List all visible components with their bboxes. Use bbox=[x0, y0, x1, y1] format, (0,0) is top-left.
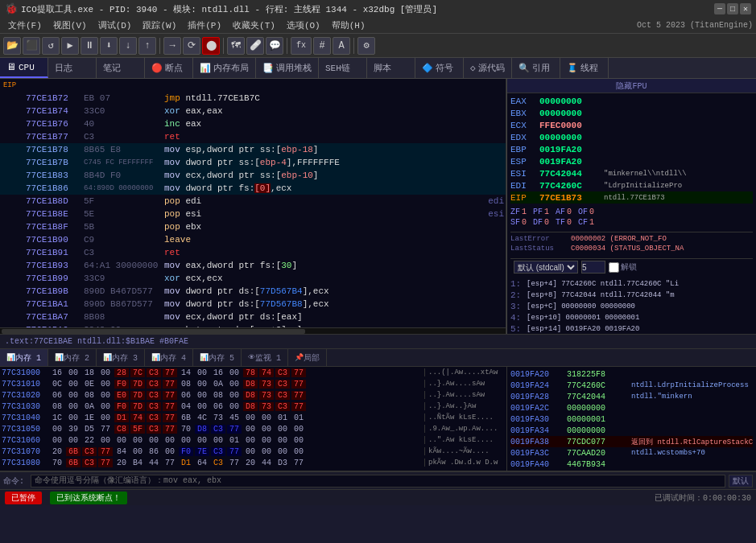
table-row[interactable]: 77CE1B8E 5E pop esi esi bbox=[0, 208, 506, 220]
table-row[interactable]: 77CE1B90 C9 leave bbox=[0, 233, 506, 246]
table-row[interactable]: EIP bbox=[0, 79, 506, 92]
reg-header[interactable]: 隐藏FPU bbox=[507, 79, 756, 93]
tab-source[interactable]: ◇ 源代码 bbox=[464, 58, 512, 78]
table-row[interactable]: 77CE1B8D 5F pop edi edi bbox=[0, 195, 506, 208]
reg-val-ebp[interactable]: 0019FA20 bbox=[539, 145, 604, 154]
table-row[interactable]: 77CE1B74 33C0 xor eax,eax bbox=[0, 105, 506, 117]
app-icon: 🐞 bbox=[5, 2, 18, 15]
toolbar-run[interactable]: ▶ bbox=[61, 37, 79, 55]
table-row[interactable]: 77CE1B76 40 inc eax bbox=[0, 117, 506, 130]
menu-help[interactable]: 帮助(H) bbox=[327, 19, 370, 33]
disasm-scrollbar[interactable] bbox=[0, 327, 506, 334]
mem-tab-watch[interactable]: 👁 监视 1 bbox=[242, 349, 288, 366]
param-count-input[interactable] bbox=[581, 261, 605, 274]
toolbar-stop[interactable]: ⬛ bbox=[23, 37, 40, 55]
tab-script[interactable]: 脚本 bbox=[367, 58, 415, 78]
table-row[interactable]: 77CE1BA7 8B08 mov ecx,dword ptr ds:[eax] bbox=[0, 311, 506, 323]
close-button[interactable]: ✕ bbox=[740, 3, 751, 14]
stack-panel[interactable]: 0019FA20 318225F8 0019FA24 77C4260C ntdl… bbox=[506, 367, 756, 471]
table-row[interactable]: 77CE1B77 C3 ret bbox=[0, 130, 506, 143]
menu-options[interactable]: 选项(O) bbox=[282, 19, 325, 33]
cmd-dropdown[interactable]: 默认 bbox=[729, 475, 753, 487]
minimize-button[interactable]: ─ bbox=[714, 3, 725, 14]
toolbar-fx[interactable]: fx bbox=[291, 37, 312, 55]
reg-val-edx[interactable]: 00000000 bbox=[539, 133, 604, 142]
toolbar-animate[interactable]: ⟳ bbox=[183, 37, 200, 55]
toolbar-step-into[interactable]: ⬇ bbox=[100, 37, 118, 55]
menu-favorites[interactable]: 收藏夹(T) bbox=[228, 19, 280, 33]
toolbar-patches[interactable]: 🩹 bbox=[246, 37, 264, 55]
flags-row: ZF 1 PF 1 AF 0 OF 0 bbox=[510, 207, 753, 217]
toolbar-run-to-cursor[interactable]: → bbox=[163, 37, 181, 55]
toolbar-hash[interactable]: # bbox=[313, 37, 331, 55]
menu-plugins[interactable]: 插件(P) bbox=[183, 19, 226, 33]
table-row[interactable]: 77CE1B72 EB 07 jmp ntdll.77CE1B7C bbox=[0, 92, 506, 105]
toolbar-comment[interactable]: 💬 bbox=[266, 37, 283, 55]
mem-ascii: kÃw....~Ãw.... bbox=[424, 447, 505, 455]
disasm-instr: mov dword ptr ds:[77D567B8],ecx bbox=[164, 299, 504, 309]
toolbar-font[interactable]: A bbox=[333, 37, 350, 55]
tab-call-stack[interactable]: 📑 调用堆栈 bbox=[256, 58, 319, 78]
mem-tab-2[interactable]: 📊 内存 2 bbox=[48, 349, 97, 366]
disasm-content[interactable]: EIP 77CE1B72 EB 07 jmp ntdll.77CE1B7C 77… bbox=[0, 79, 506, 327]
tab-ref[interactable]: 🔍 引用 bbox=[512, 58, 560, 78]
tab-thread[interactable]: 🧵 线程 bbox=[560, 58, 609, 78]
status-bar: 已暂停 已到达系统断点！ 已调试时间：0:00:00:30 bbox=[0, 489, 756, 505]
toolbar-step-over[interactable]: ↓ bbox=[119, 37, 137, 55]
toolbar-restart[interactable]: ↺ bbox=[42, 37, 60, 55]
table-row[interactable]: 77CE1B91 C3 ret bbox=[0, 246, 506, 259]
tab-symbol[interactable]: 🔷 符号 bbox=[415, 58, 464, 78]
mem-tab-3[interactable]: 📊 内存 3 bbox=[97, 349, 145, 366]
mem-tab-5[interactable]: 📊 内存 5 bbox=[193, 349, 242, 366]
rp-addr: 0019FA3C bbox=[510, 449, 567, 458]
table-row[interactable]: 77CE1B9B 890D B467D577 mov dword ptr ds:… bbox=[0, 285, 506, 298]
reg-val-esp[interactable]: 0019FA20 bbox=[539, 157, 604, 167]
maximize-button[interactable]: □ bbox=[727, 3, 738, 14]
tab-notes[interactable]: 笔记 bbox=[97, 58, 145, 78]
menu-trace[interactable]: 跟踪(W) bbox=[138, 19, 181, 33]
tab-seh[interactable]: SEH链 bbox=[319, 58, 367, 78]
disasm-addr: 77CE1B78 bbox=[26, 145, 84, 154]
table-row[interactable]: 77CE1B78 8B65 E8 mov esp,dword ptr ss:[e… bbox=[0, 143, 506, 156]
tab-log[interactable]: 日志 bbox=[48, 58, 97, 78]
toolbar-mem-map[interactable]: 🗺 bbox=[227, 37, 245, 55]
mem-tab-local[interactable]: 📌 局部 bbox=[288, 349, 327, 366]
memory-hex-view[interactable]: 77C31000 16001800 287CC377 14001600 7874… bbox=[0, 367, 506, 471]
toolbar-pause[interactable]: ⏸ bbox=[81, 37, 98, 55]
tab-cpu[interactable]: 🖥 CPU bbox=[0, 58, 48, 78]
reg-val-esi[interactable]: 77C42044 bbox=[539, 169, 604, 179]
table-row[interactable]: 77CE1BA1 890D B867D577 mov dword ptr ds:… bbox=[0, 298, 506, 311]
table-row[interactable]: 77CE1B93 64:A1 30000000 mov eax,dword pt… bbox=[0, 259, 506, 272]
mem-tab-1[interactable]: 📊 内存 1 bbox=[0, 349, 48, 366]
toolbar-step-out[interactable]: ↑ bbox=[138, 37, 156, 55]
flag-af: AF 0 bbox=[556, 208, 572, 216]
mem-bytes: 08000A00 F07DC377 04000600 D873C377 bbox=[50, 402, 424, 411]
table-row[interactable]: 77CE1B83 8B4D F0 mov ecx,dword ptr ss:[e… bbox=[0, 169, 506, 182]
reg-val-eip[interactable]: 77CE1B73 bbox=[539, 193, 604, 203]
reg-val-edi[interactable]: 77C4260C bbox=[539, 181, 604, 191]
mem-tab-4[interactable]: 📊 内存 4 bbox=[145, 349, 193, 366]
table-row[interactable]: 77CE1B99 33C9 xor ecx,ecx bbox=[0, 272, 506, 285]
reg-val-eax[interactable]: 00000000 bbox=[539, 97, 604, 106]
toolbar-settings[interactable]: ⚙ bbox=[357, 37, 375, 55]
table-row[interactable]: 77CE1B86 64:890D 00000000 mov dword ptr … bbox=[0, 182, 506, 195]
calling-convention-select[interactable]: 默认 (stdcall) cdecl fastcall bbox=[514, 261, 578, 274]
table-row[interactable]: 77CE1B7B C745 FC FEFFFFFF mov dword ptr … bbox=[0, 156, 506, 169]
reg-val-ecx[interactable]: FFEC0000 bbox=[539, 121, 604, 130]
menu-file[interactable]: 文件(F) bbox=[3, 19, 47, 33]
toolbar-bp[interactable]: ⬤ bbox=[202, 37, 220, 55]
menu-view[interactable]: 视图(V) bbox=[48, 19, 92, 33]
menu-debug[interactable]: 调试(D) bbox=[93, 19, 137, 33]
toolbar-open[interactable]: 📂 bbox=[3, 37, 21, 55]
reg-desc-eip: ntdll.77CE1B73 bbox=[604, 194, 753, 202]
tab-breakpoints[interactable]: 🔴 断点 bbox=[145, 58, 193, 78]
unlock-checkbox[interactable] bbox=[609, 262, 619, 273]
table-row[interactable]: 77CE1B8F 5B pop ebx bbox=[0, 220, 506, 233]
flags-separator bbox=[510, 229, 753, 232]
tab-mem-layout[interactable]: 📊 内存布局 bbox=[193, 58, 256, 78]
cmd-input[interactable] bbox=[31, 475, 725, 487]
reg-ebx: EBX 00000000 bbox=[510, 107, 753, 119]
fpu-toggle[interactable]: 隐藏FPU bbox=[616, 80, 647, 92]
reg-val-ebx[interactable]: 00000000 bbox=[539, 109, 604, 118]
last-status-row: LastStatus C0000034 (STATUS_OBJECT_NA bbox=[510, 244, 753, 253]
